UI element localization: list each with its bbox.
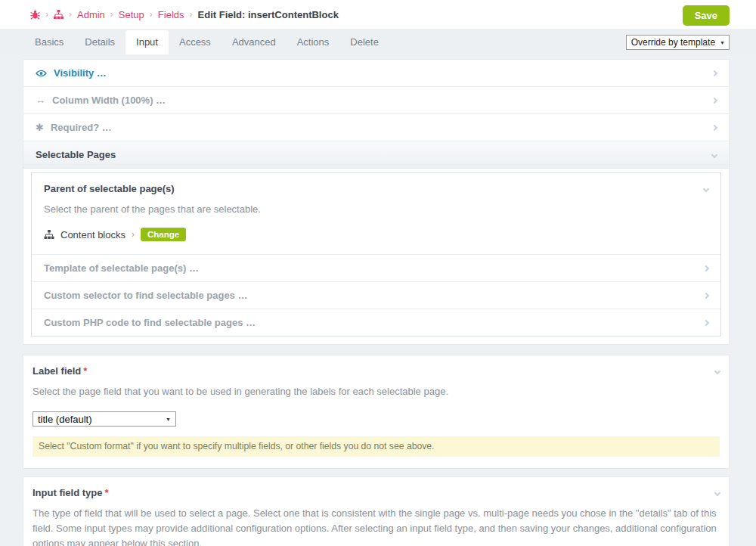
- selectable-pages-header[interactable]: Selectable Pages: [23, 141, 730, 169]
- parent-section-title: Parent of selectable page(s): [44, 183, 175, 194]
- chevron-down-icon: [711, 151, 717, 157]
- column-width-label: Column Width (100%) …: [52, 95, 166, 106]
- custom-php-code-row[interactable]: Custom PHP code to find selectable pages…: [32, 309, 720, 336]
- bug-icon[interactable]: [30, 10, 40, 20]
- arrows-h-icon: ↔: [36, 95, 45, 106]
- visibility-label: Visibility …: [54, 67, 107, 79]
- parent-of-selectable-pages-section: Parent of selectable page(s) Select the …: [32, 173, 720, 254]
- label-field-section: Label field * Select the page field that…: [23, 355, 730, 469]
- tab-actions[interactable]: Actions: [287, 30, 340, 54]
- override-select-value: Override by template: [631, 37, 715, 48]
- chevron-separator: ›: [190, 9, 193, 20]
- chevron-separator: ›: [45, 9, 48, 20]
- column-width-row[interactable]: ↔ Column Width (100%) …: [23, 87, 729, 114]
- required-mark: *: [104, 487, 108, 498]
- visibility-row[interactable]: Visibility …: [23, 60, 729, 87]
- custom-php-label: Custom PHP code to find selectable pages…: [44, 317, 256, 328]
- tab-input[interactable]: Input: [125, 30, 169, 54]
- page-tree-icon: [44, 230, 54, 240]
- chevron-down-icon: [703, 185, 709, 191]
- chevron-separator: ›: [132, 229, 135, 240]
- select-arrow-icon: ▼: [720, 40, 725, 45]
- page-title: Edit Field: insertContentBlock: [198, 9, 339, 20]
- sitemap-icon[interactable]: [54, 10, 64, 20]
- chevron-right-icon: [711, 97, 717, 103]
- chevron-right-icon: [711, 124, 717, 130]
- label-field-note: Select "Custom format" if you want to sp…: [33, 436, 720, 457]
- parent-section-header[interactable]: Parent of selectable page(s): [44, 183, 708, 194]
- template-of-selectable-pages-row[interactable]: Template of selectable page(s) …: [32, 254, 720, 281]
- template-row-label: Template of selectable page(s) …: [44, 262, 199, 274]
- selectable-pages-title: Selectable Pages: [36, 149, 116, 160]
- input-field-type-header[interactable]: Input field type *: [33, 487, 720, 498]
- change-parent-button[interactable]: Change: [141, 228, 186, 241]
- required-label: Required? …: [51, 122, 112, 133]
- input-field-type-description: The type of field that will be used to s…: [33, 506, 720, 546]
- label-field-select[interactable]: title (default) ▼: [33, 411, 176, 427]
- chevron-right-icon: [703, 319, 709, 325]
- label-field-title: Label field: [33, 365, 81, 377]
- parent-section-description: Select the parent of the pages that are …: [44, 202, 708, 217]
- required-mark: *: [83, 365, 87, 377]
- chevron-down-icon: [714, 489, 720, 495]
- chevron-right-icon: [711, 70, 717, 76]
- tab-details[interactable]: Details: [74, 30, 125, 54]
- chevron-down-icon: [714, 368, 720, 374]
- top-bar: › › Admin › Setup › Fields › Edit Field:…: [0, 0, 756, 29]
- chevron-right-icon: [703, 292, 709, 298]
- main-content: Visibility … ↔ Column Width (100%) … ✱ R…: [0, 54, 756, 546]
- selectable-pages-body: Parent of selectable page(s) Select the …: [23, 169, 730, 345]
- chevron-right-icon: [703, 265, 709, 271]
- eye-icon: [36, 70, 47, 77]
- breadcrumb-link-admin[interactable]: Admin: [77, 9, 105, 20]
- breadcrumb-link-fields[interactable]: Fields: [158, 9, 184, 20]
- chevron-separator: ›: [150, 9, 153, 20]
- label-field-description: Select the page field that you want to b…: [33, 384, 720, 399]
- override-by-template-select[interactable]: Override by template ▼: [626, 35, 730, 50]
- chevron-separator: ›: [110, 9, 113, 20]
- input-field-type-title: Input field type: [33, 487, 102, 498]
- tab-advanced[interactable]: Advanced: [222, 30, 287, 54]
- custom-selector-label: Custom selector to find selectable pages…: [44, 290, 247, 301]
- required-row[interactable]: ✱ Required? …: [23, 114, 729, 141]
- tab-basics[interactable]: Basics: [24, 30, 74, 54]
- input-field-type-section: Input field type * The type of field tha…: [23, 476, 730, 546]
- asterisk-icon: ✱: [36, 122, 44, 133]
- chevron-separator: ›: [69, 9, 72, 20]
- label-field-header[interactable]: Label field *: [33, 365, 720, 377]
- breadcrumb: › › Admin › Setup › Fields › Edit Field:…: [30, 9, 339, 20]
- select-arrow-icon: ▼: [166, 417, 171, 422]
- tab-bar: Basics Details Input Access Advanced Act…: [0, 29, 756, 54]
- tab-access[interactable]: Access: [169, 30, 222, 54]
- label-field-select-value: title (default): [38, 414, 92, 425]
- tab-delete[interactable]: Delete: [339, 30, 389, 54]
- save-button[interactable]: Save: [683, 5, 730, 26]
- custom-selector-row[interactable]: Custom selector to find selectable pages…: [32, 281, 720, 309]
- breadcrumb-link-setup[interactable]: Setup: [119, 9, 144, 20]
- selected-parent-page: Content blocks: [60, 229, 125, 240]
